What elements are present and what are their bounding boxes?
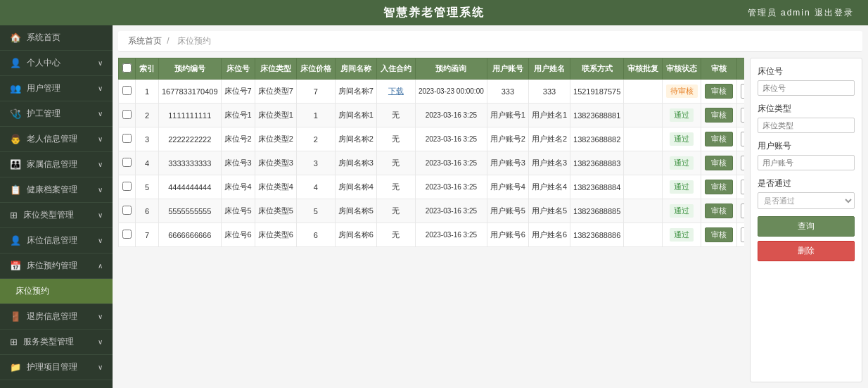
audit-button[interactable]: 审核 — [705, 156, 733, 170]
sidebar-item-bed-info[interactable]: 👤 床位信息管理 ∨ — [0, 228, 113, 254]
select-all-checkbox[interactable] — [122, 63, 132, 73]
cell-user-name: 用户姓名3 — [528, 151, 570, 175]
contract-none: 无 — [392, 134, 400, 143]
sidebar-item-user-mgmt[interactable]: 👥 用户管理 ∨ — [0, 76, 113, 101]
audit-button[interactable]: 审核 — [705, 204, 733, 218]
arrow-icon-5: ∨ — [98, 161, 103, 168]
cell-contract: 无 — [376, 104, 415, 127]
filter-select-is-pass[interactable]: 是否通过 通过 待审核 — [758, 192, 855, 209]
sidebar-item-home[interactable]: 🏠 系统首页 — [0, 25, 113, 51]
cell-action: 详情 修改 删除 — [737, 175, 744, 199]
cell-idx: 4 — [136, 151, 159, 175]
cell-status: 通过 — [663, 104, 701, 127]
status-badge: 通过 — [670, 228, 694, 242]
cell-status: 待审核 — [663, 80, 701, 104]
audit-button[interactable]: 审核 — [705, 132, 733, 146]
cell-idx: 7 — [136, 223, 159, 247]
cell-user-name: 用户姓名1 — [528, 104, 570, 127]
audit-button[interactable]: 审核 — [705, 108, 733, 123]
detail-button[interactable]: 详情 — [741, 108, 744, 123]
sidebar-item-family-info[interactable]: 👪 家属信息管理 ∨ — [0, 152, 113, 177]
cell-checkbox — [119, 104, 136, 127]
cell-bed-no: 床位号3 — [221, 151, 255, 175]
query-button[interactable]: 查询 — [758, 216, 855, 237]
row-checkbox[interactable] — [122, 230, 132, 239]
breadcrumb-home[interactable]: 系统首页 — [128, 36, 162, 46]
cell-bed-price: 3 — [296, 151, 335, 175]
sidebar-item-bed-reservation-sub[interactable]: 床位预约 — [0, 279, 113, 304]
sidebar-item-bed-reservation[interactable]: 📅 床位预约管理 ∧ — [0, 254, 113, 279]
sidebar-label-nurse: 护工管理 — [27, 108, 60, 120]
col-user-account: 用户账号 — [487, 58, 528, 80]
sidebar-label-bed-type: 床位类型管理 — [23, 209, 74, 221]
cell-booking-no: 6666666666 — [159, 223, 222, 247]
table-row: 5 4444444444 床位号4 床位类型4 4 房间名称4 无 2023-0… — [119, 175, 745, 199]
status-badge: 通过 — [670, 108, 694, 122]
col-booking-no: 预约编号 — [159, 58, 222, 80]
sidebar-item-personal[interactable]: 👤 个人中心 ∨ — [0, 51, 113, 76]
detail-button[interactable]: 详情 — [741, 156, 744, 170]
sidebar-label-bed-reservation: 床位预约管理 — [27, 260, 77, 272]
sidebar-item-bed-type[interactable]: ⊞ 床位类型管理 ∨ — [0, 203, 113, 228]
col-checkbox — [119, 58, 136, 80]
cell-contact: 13823688884 — [570, 175, 624, 199]
contract-none: 无 — [392, 206, 400, 215]
contract-download-link[interactable]: 下载 — [388, 87, 404, 95]
detail-button[interactable]: 详情 — [741, 227, 744, 242]
cell-bed-price: 5 — [296, 199, 335, 223]
sidebar-label-nursing: 护理项目管理 — [27, 361, 77, 373]
cell-action: 详情 修改 删除 — [737, 151, 744, 175]
col-bed-no: 床位号 — [221, 58, 255, 80]
sidebar-item-checkout[interactable]: 🚪 退房信息管理 ∨ — [0, 304, 113, 330]
cell-audit: 审核 — [701, 175, 737, 199]
cell-action: 详情 修改 删除 — [737, 199, 744, 223]
audit-button[interactable]: 审核 — [705, 227, 733, 242]
sidebar-item-nursing-project[interactable]: 📁 护理项目管理 ∨ — [0, 355, 113, 380]
top-header: 智慧养老管理系统 管理员 admin 退出登录 — [0, 0, 868, 25]
breadcrumb: 系统首页 / 床位预约 — [118, 31, 862, 52]
cell-bed-no: 床位号1 — [221, 104, 255, 127]
sidebar-item-service-type[interactable]: ⊞ 服务类型管理 ∨ — [0, 330, 113, 355]
row-checkbox[interactable] — [122, 158, 132, 167]
batch-delete-button[interactable]: 删除 — [758, 241, 855, 261]
cell-review-comment — [624, 151, 663, 175]
row-checkbox[interactable] — [122, 182, 132, 191]
cell-audit: 审核 — [701, 127, 737, 151]
contract-none: 无 — [392, 158, 400, 167]
detail-button[interactable]: 详情 — [741, 180, 744, 194]
cell-bed-type: 床位类型5 — [255, 199, 296, 223]
cell-contact: 13823688881 — [570, 104, 624, 127]
filter-group-bed-no: 床位号 — [758, 65, 855, 96]
cell-inquiry: 2023-03-16 3:25 — [415, 151, 487, 175]
sidebar-item-nurse-mgmt[interactable]: 🩺 护工管理 ∨ — [0, 101, 113, 127]
sidebar-item-elder-info[interactable]: 👨 老人信息管理 ∨ — [0, 127, 113, 152]
cell-checkbox — [119, 127, 136, 151]
row-checkbox[interactable] — [122, 206, 132, 215]
detail-button[interactable]: 详情 — [741, 204, 744, 218]
row-checkbox[interactable] — [122, 134, 132, 143]
col-contact: 联系方式 — [570, 58, 624, 80]
detail-button[interactable]: 详情 — [741, 84, 744, 99]
cell-audit: 审核 — [701, 80, 737, 104]
filter-input-bed-type[interactable] — [758, 118, 855, 133]
cell-bed-type: 床位类型3 — [255, 151, 296, 175]
status-badge: 通过 — [670, 204, 694, 218]
audit-button[interactable]: 审核 — [705, 180, 733, 194]
cell-bed-price: 2 — [296, 127, 335, 151]
sidebar-item-health-archive[interactable]: 📋 健康档案管理 ∨ — [0, 177, 113, 203]
detail-button[interactable]: 详情 — [741, 132, 744, 146]
filter-input-bed-no[interactable] — [758, 80, 855, 96]
cell-contact: 13823688886 — [570, 223, 624, 247]
audit-button[interactable]: 审核 — [705, 84, 733, 99]
cell-booking-no: 5555555555 — [159, 199, 222, 223]
status-badge: 通过 — [670, 132, 694, 146]
cell-action: 详情 修改 删除 — [737, 127, 744, 151]
row-checkbox[interactable] — [122, 86, 132, 95]
filter-actions: 查询 删除 — [758, 216, 855, 265]
bed-type-icon: ⊞ — [10, 210, 18, 220]
row-checkbox[interactable] — [122, 110, 132, 119]
cell-user-account: 用户账号1 — [487, 104, 528, 127]
main-layout: 🏠 系统首页 👤 个人中心 ∨ 👥 用户管理 ∨ 🩺 护工管理 ∨ 👨 老人信息… — [0, 25, 868, 388]
col-audit: 审核 — [701, 58, 737, 80]
filter-input-user-account[interactable] — [758, 155, 855, 170]
